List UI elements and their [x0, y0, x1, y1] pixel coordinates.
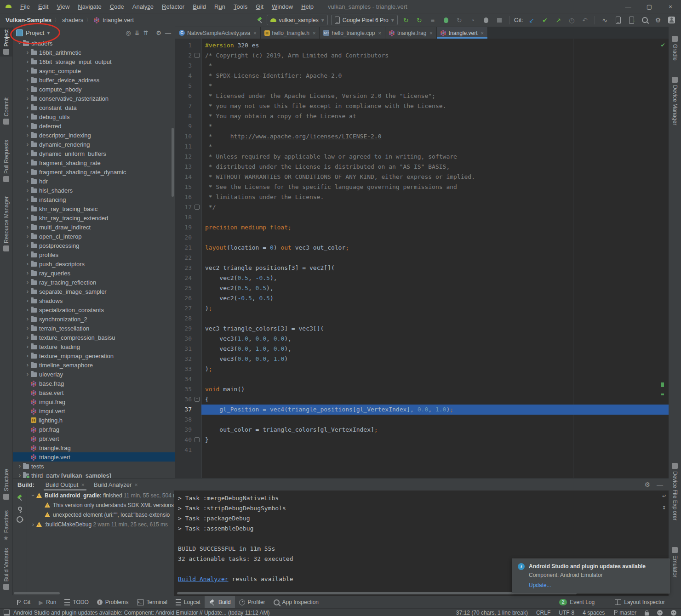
chevron-collapsed-icon[interactable]: ›: [17, 463, 23, 469]
chevron-collapsed-icon[interactable]: ›: [24, 307, 31, 313]
toolwindow-button-logcat[interactable]: Logcat: [172, 596, 205, 608]
tree-item-open_cl_interop[interactable]: ›open_cl_interop: [13, 232, 175, 241]
hide-build-panel-icon[interactable]: ―: [657, 481, 663, 488]
breadcrumb-item[interactable]: triangle.vert: [103, 17, 134, 23]
chevron-collapsed-icon[interactable]: ›: [24, 196, 31, 203]
tree-item-hdr[interactable]: ›hdr: [13, 177, 175, 186]
chevron-collapsed-icon[interactable]: ›: [24, 58, 31, 65]
chevron-collapsed-icon[interactable]: ›: [24, 362, 31, 368]
tree-item-imgui.vert[interactable]: imgui.vert: [13, 406, 175, 416]
close-tab-icon[interactable]: ×: [81, 481, 85, 488]
chevron-collapsed-icon[interactable]: ›: [24, 68, 31, 74]
close-tab-icon[interactable]: ×: [481, 30, 483, 36]
chevron-collapsed-icon[interactable]: ›: [24, 353, 31, 359]
breadcrumb-item[interactable]: Vulkan-Samples: [6, 17, 52, 23]
panel-settings-gear-icon[interactable]: ⚙: [156, 29, 161, 36]
tree-item-ray_tracing_reflection[interactable]: ›ray_tracing_reflection: [13, 278, 175, 287]
file-encoding[interactable]: UTF-8: [559, 610, 574, 616]
chevron-collapsed-icon[interactable]: ›: [24, 316, 31, 322]
tree-item-async_compute[interactable]: ›async_compute: [13, 66, 175, 75]
pair-devices-icon[interactable]: ∿: [600, 15, 610, 25]
tree-item-dynamic_uniform_buffers[interactable]: ›dynamic_uniform_buffers: [13, 149, 175, 158]
tree-item-triangle.vert[interactable]: triangle.vert: [13, 452, 175, 462]
menu-build[interactable]: Build: [189, 2, 210, 11]
run-configuration-select[interactable]: vulkan_samples▾: [267, 15, 328, 25]
tree-item-hlsl_shaders[interactable]: ›hlsl_shaders: [13, 186, 175, 195]
chevron-collapsed-icon[interactable]: ›: [24, 279, 31, 285]
device-select[interactable]: Google Pixel 6 Pro▾: [331, 15, 398, 25]
toolwindow-button-app-inspection[interactable]: App Inspection: [269, 596, 323, 608]
chevron-collapsed-icon[interactable]: ›: [24, 334, 31, 341]
update-project-icon[interactable]: ↙: [526, 15, 537, 25]
scrollbar-change-mark[interactable]: [661, 382, 664, 387]
lock-icon[interactable]: [645, 612, 649, 616]
chevron-collapsed-icon[interactable]: ›: [24, 150, 31, 157]
tree-item-base.vert[interactable]: base.vert: [13, 388, 175, 397]
chevron-collapsed-icon[interactable]: ›: [30, 521, 36, 528]
push-icon[interactable]: ↗: [553, 15, 563, 25]
stripe-item-emulator[interactable]: Emulator: [669, 545, 681, 579]
scrollbar-change-mark[interactable]: [661, 394, 664, 395]
toolwindow-button-build[interactable]: Build: [205, 596, 235, 608]
tree-item-base.frag[interactable]: base.frag: [13, 379, 175, 388]
chevron-collapsed-icon[interactable]: ›: [24, 242, 31, 249]
tree-item-16bit_arithmetic[interactable]: ›16bit_arithmetic: [13, 48, 175, 57]
tree-item-tests[interactable]: ›tests: [13, 462, 175, 471]
close-button[interactable]: ×: [660, 0, 681, 13]
apply-changes-icon[interactable]: ↻: [401, 15, 411, 25]
chevron-collapsed-icon[interactable]: ›: [24, 371, 31, 377]
chevron-collapsed-icon[interactable]: ›: [24, 297, 31, 304]
chevron-collapsed-icon[interactable]: ›: [24, 288, 31, 295]
editor-tab-NativeSampleActivity.java[interactable]: NativeSampleActivity.java×: [175, 27, 261, 39]
chevron-collapsed-icon[interactable]: ›: [24, 187, 31, 194]
stripe-item-favorites[interactable]: Favorites★: [0, 508, 12, 543]
tree-item-terrain_tessellation[interactable]: ›terrain_tessellation: [13, 324, 175, 333]
filter-icon[interactable]: [17, 516, 23, 523]
tree-item-postprocessing[interactable]: ›postprocessing: [13, 241, 175, 250]
tree-item-texture_loading[interactable]: ›texture_loading: [13, 342, 175, 351]
fold-end-icon[interactable]: [195, 437, 200, 442]
menu-code[interactable]: Code: [106, 2, 128, 11]
stripe-item-gradle[interactable]: Gradle: [669, 34, 681, 63]
run-with-coverage-icon[interactable]: ≡: [428, 15, 438, 25]
chevron-collapsed-icon[interactable]: ›: [17, 472, 23, 478]
editor-tab-hello_triangle.h[interactable]: hello_triangle.h×: [261, 27, 320, 39]
tree-item-16bit_storage_input_output[interactable]: ›16bit_storage_input_output: [13, 57, 175, 66]
stripe-item-structure[interactable]: Structure: [0, 467, 12, 502]
notification-update-link[interactable]: Update...: [529, 582, 551, 588]
toolwindow-button-run[interactable]: ▶Run: [34, 596, 60, 608]
inspections-ok-icon[interactable]: ✔: [661, 41, 665, 48]
menu-git[interactable]: Git: [252, 2, 268, 11]
chevron-collapsed-icon[interactable]: ›: [24, 178, 31, 184]
tree-item-conservative_rasterization[interactable]: ›conservative_rasterization: [13, 94, 175, 103]
chevron-collapsed-icon[interactable]: ›: [24, 114, 31, 120]
stripe-item-device-file-explorer[interactable]: Device File Explorer: [669, 461, 681, 522]
toolwindow-button-problems[interactable]: Problems: [93, 596, 133, 608]
line-ending[interactable]: CRLF: [536, 610, 550, 616]
breadcrumb-item[interactable]: shaders: [62, 17, 83, 23]
toolwindow-button-terminal[interactable]: Terminal: [133, 596, 172, 608]
code-with-me-icon[interactable]: [657, 610, 663, 616]
chevron-collapsed-icon[interactable]: ›: [24, 123, 31, 129]
menu-refactor[interactable]: Refactor: [158, 2, 189, 11]
chevron-expanded-icon[interactable]: ›: [30, 492, 36, 499]
tree-item-lighting.h[interactable]: lighting.h: [13, 416, 175, 425]
chevron-collapsed-icon[interactable]: ›: [24, 77, 31, 83]
chevron-collapsed-icon[interactable]: ›: [24, 95, 31, 102]
chevron-collapsed-icon[interactable]: ›: [24, 261, 31, 267]
tree-item-texture_mipmap_generation[interactable]: ›texture_mipmap_generation: [13, 351, 175, 360]
chevron-collapsed-icon[interactable]: ›: [24, 169, 31, 175]
scroll-to-end-icon[interactable]: ↧: [662, 504, 666, 511]
tree-item-deferred[interactable]: ›deferred: [13, 121, 175, 131]
tool-window-toggle-icon[interactable]: [4, 610, 10, 616]
toolwindow-button-todo[interactable]: TODO: [60, 596, 92, 608]
toolwindow-button-git[interactable]: Git: [12, 596, 34, 608]
tree-item-instancing[interactable]: ›instancing: [13, 195, 175, 204]
tree-item-ray_queries[interactable]: ›ray_queries: [13, 268, 175, 278]
indent-setting[interactable]: 4 spaces: [583, 610, 605, 616]
expand-all-icon[interactable]: ⇊: [135, 29, 140, 36]
tree-item-triangle.frag[interactable]: triangle.frag: [13, 443, 175, 452]
tree-item-separate_image_sampler[interactable]: ›separate_image_sampler: [13, 287, 175, 296]
chevron-collapsed-icon[interactable]: ›: [24, 325, 31, 331]
stripe-item-pull-requests[interactable]: Pull Requests: [0, 138, 12, 184]
